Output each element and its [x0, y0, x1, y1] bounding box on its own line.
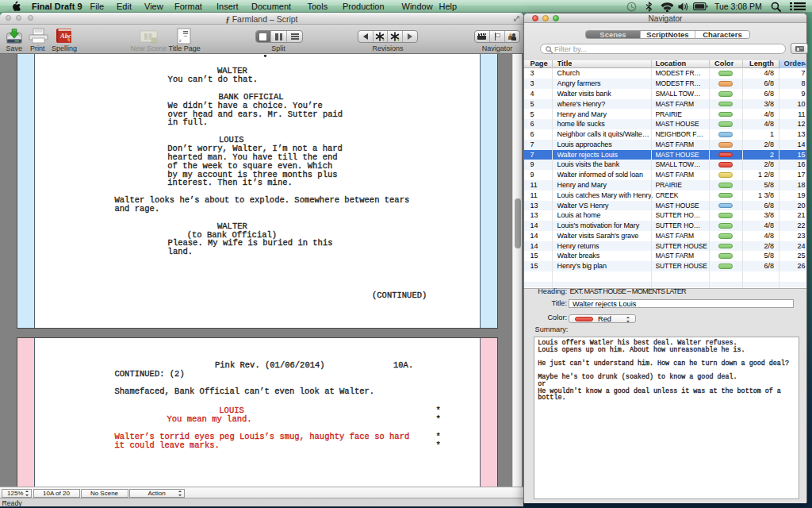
svg-text:Abc: Abc: [59, 32, 71, 40]
